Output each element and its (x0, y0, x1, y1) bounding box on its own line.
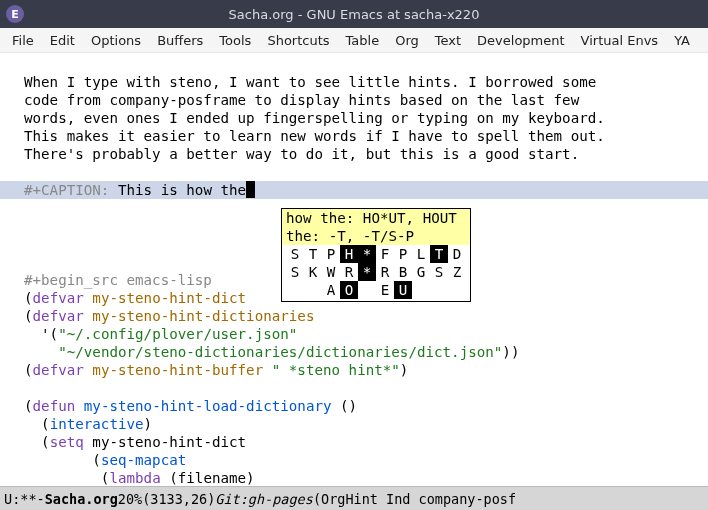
var-my-steno-hint-dictionaries: my-steno-hint-dictionaries (92, 308, 314, 324)
text-cursor (246, 181, 255, 198)
kw-defvar: defvar (33, 362, 84, 378)
var-my-steno-hint-buffer: my-steno-hint-buffer (92, 362, 263, 378)
menu-edit[interactable]: Edit (42, 31, 83, 50)
steno-key-cell: * (358, 263, 376, 281)
kw-lambda: lambda (109, 470, 160, 486)
menu-table[interactable]: Table (338, 31, 388, 50)
steno-hint-line-2: the: -T, -T/S-P (282, 227, 470, 245)
steno-key-cell: P (322, 245, 340, 263)
kw-defvar: defvar (33, 308, 84, 324)
steno-key-cell: W (322, 263, 340, 281)
steno-hint-line-1: how the: HO*UT, HOUT (282, 209, 470, 227)
menu-text[interactable]: Text (427, 31, 469, 50)
steno-key-cell: P (394, 245, 412, 263)
lambda-arg: (filename) (161, 470, 255, 486)
fn-my-steno-hint-load-dictionary: my-steno-hint-load-dictionary (84, 398, 332, 414)
modeline-status: U:**- (4, 491, 45, 507)
steno-key-cell: T (430, 245, 448, 263)
string-dict-json: "~/vendor/steno-dictionaries/dictionarie… (58, 344, 502, 360)
prose-paragraph: When I type with steno, I want to see li… (24, 74, 605, 162)
emacs-app-icon: E (6, 5, 24, 23)
close-paren: ) (400, 362, 409, 378)
steno-key-cell: * (358, 245, 376, 263)
steno-key-cell: A (322, 281, 340, 299)
steno-key-cell: F (376, 245, 394, 263)
var-ref-my-steno-hint-dict: my-steno-hint-dict (92, 434, 246, 450)
menu-options[interactable]: Options (83, 31, 149, 50)
steno-key-cell (412, 281, 430, 299)
kw-setq: setq (50, 434, 84, 450)
steno-key-cell: S (286, 263, 304, 281)
steno-key-cell: U (394, 281, 412, 299)
mode-line: U:**- Sacha.org 20% (3133,26) Git:gh-pag… (0, 486, 708, 510)
close-paren: )) (502, 344, 519, 360)
steno-key-cell: H (340, 245, 358, 263)
steno-key-grid: STPH*FPLTDSKWR*RBGSZAOEU (282, 245, 470, 301)
menu-org[interactable]: Org (387, 31, 427, 50)
steno-key-cell: O (340, 281, 358, 299)
menu-buffers[interactable]: Buffers (149, 31, 211, 50)
kw-defun: defun (33, 398, 76, 414)
menu-shortcuts[interactable]: Shortcuts (259, 31, 337, 50)
modeline-position: (3133,26) (142, 491, 215, 507)
string-steno-hint: " *steno hint*" (272, 362, 400, 378)
modeline-git-branch: Git:gh-pages (215, 491, 313, 507)
steno-key-cell (358, 281, 376, 299)
steno-key-cell: B (394, 263, 412, 281)
modeline-minor-modes: (OrgHint Ind company-posf (313, 491, 516, 507)
steno-key-cell: L (412, 245, 430, 263)
var-my-steno-hint-dict: my-steno-hint-dict (92, 290, 246, 306)
steno-key-cell: G (412, 263, 430, 281)
steno-key-cell (304, 281, 322, 299)
menu-virtual-envs[interactable]: Virtual Envs (573, 31, 667, 50)
steno-key-cell: D (448, 245, 466, 263)
window-titlebar: E Sacha.org - GNU Emacs at sacha-x220 (0, 0, 708, 28)
steno-key-cell: K (304, 263, 322, 281)
begin-src-keyword: #+begin_src emacs-lisp (24, 272, 212, 288)
modeline-buffer-name: Sacha.org (45, 491, 118, 507)
window-title: Sacha.org - GNU Emacs at sacha-x220 (0, 7, 708, 22)
steno-key-cell: S (430, 263, 448, 281)
caption-line: #+CAPTION: This is how the (0, 181, 708, 199)
steno-key-cell: T (304, 245, 322, 263)
string-user-json: "~/.config/plover/user.json" (58, 326, 297, 342)
steno-key-cell: R (376, 263, 394, 281)
menu-tools[interactable]: Tools (211, 31, 259, 50)
empty-arglist: () (332, 398, 358, 414)
steno-key-cell (448, 281, 466, 299)
fn-interactive: interactive (50, 416, 144, 432)
steno-key-cell: S (286, 245, 304, 263)
menu-bar: File Edit Options Buffers Tools Shortcut… (0, 28, 708, 53)
modeline-percent: 20% (118, 491, 142, 507)
kw-defvar: defvar (33, 290, 84, 306)
steno-key-cell: Z (448, 263, 466, 281)
menu-file[interactable]: File (4, 31, 42, 50)
menu-development[interactable]: Development (469, 31, 573, 50)
steno-key-cell (286, 281, 304, 299)
steno-key-cell: R (340, 263, 358, 281)
caption-text: This is how the (109, 182, 246, 198)
menu-yasnippet[interactable]: YA (666, 31, 698, 50)
steno-key-cell (430, 281, 448, 299)
caption-keyword: #+CAPTION: (24, 182, 109, 198)
fn-seq-mapcat: seq-mapcat (101, 452, 186, 468)
steno-key-cell: E (376, 281, 394, 299)
steno-hint-popup: how the: HO*UT, HOUT the: -T, -T/S-P STP… (281, 208, 471, 302)
